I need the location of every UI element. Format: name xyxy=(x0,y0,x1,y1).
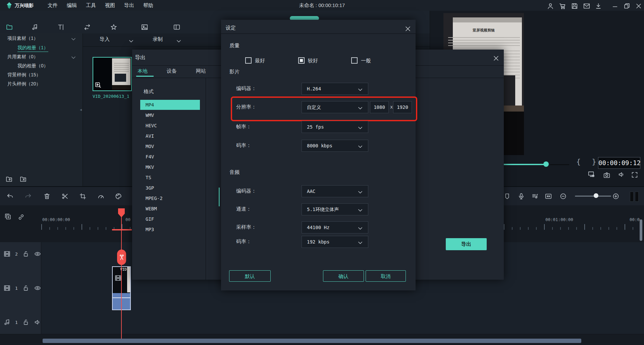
export-confirm-button[interactable]: 导出 xyxy=(446,238,487,250)
preview-seekbar[interactable] xyxy=(504,164,545,165)
track-lock-icon[interactable] xyxy=(22,284,30,292)
restore-button[interactable] xyxy=(623,2,631,10)
preview-seek-handle[interactable] xyxy=(543,161,549,167)
playhead-handle[interactable] xyxy=(118,208,125,217)
ruler-ticks[interactable] xyxy=(504,224,644,230)
menu-edit[interactable]: 编辑 xyxy=(67,2,77,9)
sidebar-item-my-album-1[interactable]: 我的相册（1） xyxy=(17,44,48,52)
audio-bitrate-select[interactable]: 192 kbps xyxy=(302,236,368,248)
sidebar-item-shared-media[interactable]: 共用素材（0） xyxy=(7,53,38,60)
format-option-mpeg2[interactable]: MPEG-2 xyxy=(140,193,200,203)
default-button[interactable]: 默认 xyxy=(229,270,271,282)
snapshot-icon[interactable] xyxy=(603,171,610,179)
cut-cursor[interactable] xyxy=(117,250,126,265)
zoom-out-icon[interactable] xyxy=(559,193,567,200)
undo-icon[interactable] xyxy=(6,193,14,200)
video-bitrate-select[interactable]: 8000 kbps xyxy=(302,140,368,152)
account-icon[interactable] xyxy=(547,2,554,10)
record-button[interactable]: 录制 xyxy=(153,36,163,43)
preview-layout-toggle[interactable] xyxy=(630,192,634,202)
chevron-down-icon[interactable] xyxy=(70,36,77,43)
chevron-down-icon[interactable] xyxy=(70,54,77,61)
import-button[interactable]: 导入 xyxy=(100,36,110,43)
video-encoder-select[interactable]: H.264 xyxy=(302,83,368,95)
import-dropdown-icon[interactable] xyxy=(127,38,135,45)
minimize-button[interactable] xyxy=(611,3,619,10)
format-option-mp4[interactable]: MP4 xyxy=(140,100,200,110)
zoom-in-icon[interactable] xyxy=(612,193,620,200)
track-visibility-icon[interactable] xyxy=(34,250,41,258)
audio-mixer-icon[interactable] xyxy=(531,193,539,200)
display-settings-icon[interactable] xyxy=(588,170,595,178)
sidebar-item-my-album-0[interactable]: 我的相册（0） xyxy=(17,62,48,69)
menu-help[interactable]: 帮助 xyxy=(143,2,153,9)
menu-tools[interactable]: 工具 xyxy=(86,2,96,9)
quality-checkbox-better[interactable] xyxy=(298,57,305,64)
redo-icon[interactable] xyxy=(24,193,32,200)
format-option-3gp[interactable]: 3GP xyxy=(140,183,200,193)
delete-icon[interactable] xyxy=(43,193,51,200)
menu-view[interactable]: 视图 xyxy=(105,2,115,9)
sidebar-item-project-media[interactable]: 项目素材（1） xyxy=(7,34,38,42)
export-dialog-close-icon[interactable] xyxy=(492,55,500,62)
track-lock-icon[interactable] xyxy=(22,250,30,258)
save-icon[interactable] xyxy=(571,2,578,10)
link-clips-icon[interactable] xyxy=(17,213,25,221)
format-option-f4v[interactable]: F4V xyxy=(140,152,200,162)
format-option-gif[interactable]: GIF xyxy=(140,214,200,224)
mark-in-out-buttons[interactable]: { } xyxy=(576,157,600,166)
format-option-avi[interactable]: AVI xyxy=(140,131,200,141)
timeline-horizontal-scrollbar[interactable] xyxy=(43,339,581,343)
confirm-button[interactable]: 确认 xyxy=(323,270,364,282)
track-visibility-icon[interactable] xyxy=(34,284,41,292)
record-dropdown-icon[interactable] xyxy=(175,38,182,45)
crop-icon[interactable] xyxy=(79,193,87,200)
timeline-zoom-slider[interactable] xyxy=(575,196,611,197)
cancel-button[interactable]: 取消 xyxy=(366,270,406,282)
store-cart-icon[interactable] xyxy=(559,2,566,10)
track-mute-icon[interactable] xyxy=(34,319,41,326)
format-option-ts[interactable]: TS xyxy=(140,172,200,183)
preview-layout-toggle[interactable] xyxy=(635,192,639,202)
media-clip-thumbnail[interactable] xyxy=(93,57,132,91)
color-icon[interactable] xyxy=(115,193,122,200)
format-option-mkv[interactable]: MKV xyxy=(140,162,200,172)
fullscreen-icon[interactable] xyxy=(631,171,638,179)
export-tab-device[interactable]: 设备 xyxy=(167,68,177,74)
format-option-mov[interactable]: MOV xyxy=(140,141,200,151)
cut-icon[interactable] xyxy=(61,193,69,200)
audio-track-1-lane[interactable] xyxy=(41,310,644,334)
quality-checkbox-normal[interactable] xyxy=(351,57,358,64)
mail-icon[interactable] xyxy=(583,2,590,10)
close-button[interactable] xyxy=(635,2,642,10)
quality-checkbox-best[interactable] xyxy=(245,57,252,64)
format-option-hevc[interactable]: HEVC xyxy=(140,121,200,131)
framerate-select[interactable]: 25 fps xyxy=(302,121,368,133)
format-option-webm[interactable]: WEBM xyxy=(140,204,200,214)
add-folder-icon[interactable] xyxy=(5,176,13,183)
timeline-zoom-handle[interactable] xyxy=(594,193,598,198)
menu-file[interactable]: 文件 xyxy=(48,2,58,9)
sidebar-item-background-samples[interactable]: 背景样例（15） xyxy=(7,71,41,78)
format-list-scrollbar[interactable] xyxy=(219,188,220,206)
download-icon[interactable] xyxy=(595,2,602,10)
speed-icon[interactable] xyxy=(97,193,105,200)
sidebar-collapse-handle[interactable]: ◄ xyxy=(79,108,83,112)
volume-icon[interactable] xyxy=(618,171,625,178)
menu-export[interactable]: 导出 xyxy=(124,2,134,9)
preview-timecode[interactable]: 00:00:09:12 xyxy=(598,157,640,169)
marker-icon[interactable] xyxy=(503,193,511,200)
format-option-mp3[interactable]: MP3 xyxy=(140,224,200,234)
settings-dialog-close-icon[interactable] xyxy=(404,25,412,32)
track-lock-icon[interactable] xyxy=(22,319,30,326)
audio-encoder-select[interactable]: AAC xyxy=(302,185,368,197)
format-option-wmv[interactable]: WMV xyxy=(140,110,200,120)
timeline-vertical-scrollbar[interactable] xyxy=(640,219,642,241)
fit-timeline-icon[interactable] xyxy=(545,193,552,200)
sidebar-item-intro-samples[interactable]: 片头样例（20） xyxy=(7,80,41,87)
add-track-icon[interactable] xyxy=(4,213,11,220)
export-tab-local[interactable]: 本地 xyxy=(138,68,148,74)
export-tab-web[interactable]: 网站 xyxy=(196,68,206,74)
samplerate-select[interactable]: 44100 Hz xyxy=(302,221,368,233)
voiceover-icon[interactable] xyxy=(518,193,525,200)
